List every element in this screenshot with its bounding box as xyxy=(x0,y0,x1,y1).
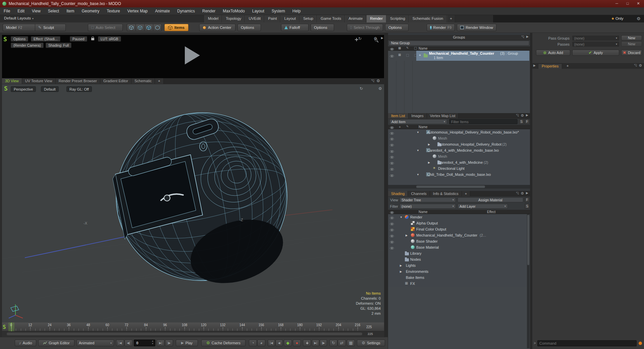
layout-tab[interactable]: Model xyxy=(204,15,222,22)
falloff-options-button[interactable]: Options xyxy=(311,24,334,31)
eye-icon[interactable] xyxy=(390,55,394,57)
expander-right-icon[interactable]: ▶ xyxy=(428,161,430,164)
checkbox-icon[interactable] xyxy=(406,54,409,57)
tab-gradient-editor[interactable]: Gradient Editor xyxy=(100,78,131,84)
preview-effect-button[interactable]: Effect: (Shadi... xyxy=(31,36,60,42)
raygl-button[interactable]: Ray GL: Off xyxy=(66,86,92,92)
gear-icon[interactable]: ⚙ xyxy=(521,192,524,195)
expander-down-icon[interactable]: ▼ xyxy=(417,149,419,152)
layout-tab[interactable]: Scripting xyxy=(386,15,409,22)
tab-schematic[interactable]: Schematic xyxy=(131,78,155,84)
layout-tab[interactable]: Animate xyxy=(345,15,366,22)
eye-icon[interactable] xyxy=(390,241,394,243)
scrollbar-thumb[interactable] xyxy=(416,186,485,188)
layout-tab[interactable]: Schematic Fusion xyxy=(409,15,447,22)
menu-item[interactable]: Vertex Map xyxy=(124,7,152,15)
projection-button[interactable]: Perspective xyxy=(11,86,36,92)
rotate-icon[interactable]: ↻ xyxy=(360,87,363,91)
auto-select-button[interactable]: Auto Select xyxy=(88,24,123,31)
tab-vertex-map-list[interactable]: Vertex Map List xyxy=(427,113,459,118)
eye-icon[interactable] xyxy=(390,144,394,146)
item-row[interactable]: ▶ Autonomous_Hospital_Delivery_Robot (2) xyxy=(388,141,530,147)
new-group-button[interactable]: New Group xyxy=(389,41,529,46)
pan-icon[interactable] xyxy=(355,38,358,41)
gear-icon[interactable]: ⚙ xyxy=(374,37,377,41)
gear-icon[interactable]: ⚙ xyxy=(521,114,524,117)
layout-tab[interactable]: Game Tools xyxy=(317,15,345,22)
vertices-mode-button[interactable] xyxy=(127,24,136,31)
preview-lut-button[interactable]: LUT: sRGB xyxy=(98,36,121,42)
item-row[interactable]: ▶ Careobot_4_with_Medicine (2) xyxy=(388,159,530,165)
menu-item[interactable]: Select xyxy=(44,7,63,15)
loop-playback-button[interactable]: ↻ xyxy=(329,340,337,346)
items-mode-button[interactable]: Items xyxy=(164,24,189,31)
filter-toggle[interactable]: F xyxy=(525,119,530,124)
apply-button[interactable]: ✔Apply xyxy=(572,50,619,56)
render-button[interactable]: RenderF9 xyxy=(427,24,455,31)
action-center-options-button[interactable]: Options xyxy=(237,24,261,31)
gear-icon[interactable]: ⚙ xyxy=(376,79,380,83)
panel-arrow-icon[interactable]: ▶ xyxy=(526,35,529,38)
layout-tab[interactable]: Topology xyxy=(222,15,245,22)
minimize-button[interactable]: ─ xyxy=(612,1,621,6)
time-marker-a-button[interactable]: ◔ xyxy=(249,340,257,346)
render-toggle-icon[interactable]: ▦ xyxy=(398,53,401,56)
menu-item[interactable]: Layout xyxy=(249,7,268,15)
scrollbar-thumb[interactable] xyxy=(527,215,529,265)
select-through-button[interactable]: Select Through xyxy=(347,24,383,31)
pass-groups-dropdown[interactable]: (none)▾ xyxy=(572,36,619,41)
jump-last-key-button[interactable]: |▶ xyxy=(320,340,327,346)
gear-icon[interactable]: ⚙ xyxy=(378,87,382,91)
shader-row[interactable]: Library xyxy=(388,250,530,256)
expander-right-icon[interactable]: ▶ xyxy=(400,264,402,267)
tab-info-statistics[interactable]: Info & Statistics xyxy=(430,191,462,196)
add-viewport-tab-button[interactable]: + xyxy=(155,78,163,84)
preview-camera-button[interactable]: (Render Camera) xyxy=(11,43,44,48)
play-button[interactable]: ▶Play xyxy=(176,340,198,346)
passes-dropdown[interactable]: (none)▾ xyxy=(572,42,619,47)
shader-row[interactable]: ▼ Render xyxy=(388,214,530,220)
group-row-highlight[interactable]: + Mechanical_Handheld_Tally_Counter (3) … xyxy=(416,51,529,61)
play-preview-icon[interactable] xyxy=(185,46,200,64)
eye-icon[interactable] xyxy=(390,229,394,231)
tab-item-list[interactable]: Item List xyxy=(388,113,409,118)
expander-right-icon[interactable]: ▶ xyxy=(406,234,408,237)
menu-item[interactable]: Item xyxy=(63,7,78,15)
expander-right-icon[interactable]: ▶ xyxy=(400,270,402,273)
tab-properties[interactable]: Properties xyxy=(538,63,562,69)
layout-tab[interactable]: Layout xyxy=(280,15,300,22)
eye-icon[interactable] xyxy=(390,247,394,249)
expander-down-icon[interactable]: ▼ xyxy=(400,216,402,219)
splitter-left[interactable] xyxy=(384,33,388,349)
eye-icon[interactable] xyxy=(390,162,394,164)
expand-panel-icon[interactable]: ◹ xyxy=(516,114,519,117)
s-toggle[interactable]: S xyxy=(525,204,530,209)
maximize-button[interactable]: □ xyxy=(623,1,632,6)
shader-row[interactable]: ▶ Environments xyxy=(388,268,530,275)
shader-row[interactable]: Base Shader Full Shading ▾ xyxy=(388,238,530,244)
add-layer-dropdown[interactable]: Add Layer▾ xyxy=(458,204,508,209)
close-button[interactable]: ✕ xyxy=(634,1,643,6)
add-properties-tab-button[interactable]: + xyxy=(564,63,571,68)
render-window-button[interactable]: Render Window xyxy=(457,24,496,31)
sort-toggle[interactable]: S xyxy=(519,119,524,124)
edges-mode-button[interactable] xyxy=(136,24,144,31)
shading-vscrollbar[interactable] xyxy=(527,214,530,348)
panel-arrow-icon[interactable]: ▶ xyxy=(526,114,528,117)
tab-shading[interactable]: Shading xyxy=(388,191,408,196)
filter-dropdown[interactable]: (none)▾ xyxy=(399,204,456,209)
layout-tab[interactable]: UVEdit xyxy=(245,15,264,22)
expand-panel-icon[interactable]: ◹ xyxy=(521,35,524,39)
expander-right-icon[interactable]: ▶ xyxy=(428,143,430,146)
menu-item[interactable]: System xyxy=(268,7,289,15)
shader-row[interactable]: ▶ Lights xyxy=(388,262,530,268)
shader-row[interactable]: ▶ Mechanical_Handheld_Tally_Counter (2..… xyxy=(388,232,530,238)
add-tab-button[interactable]: + xyxy=(462,191,470,196)
go-to-end-button[interactable]: |▶ xyxy=(165,340,173,346)
record-button[interactable]: ● xyxy=(293,340,301,346)
tab-channels[interactable]: Channels xyxy=(408,191,430,196)
f-toggle[interactable]: F xyxy=(525,197,530,202)
shader-row[interactable]: Base Material (all) ▾ xyxy=(388,244,530,250)
spinner-up-icon[interactable]: ▲ xyxy=(152,340,154,342)
tab-render-preset-browser[interactable]: Render Preset Browser xyxy=(56,78,100,84)
